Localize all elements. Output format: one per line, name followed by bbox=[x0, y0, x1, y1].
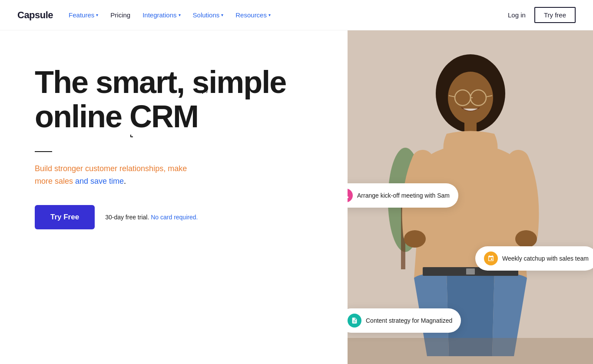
chevron-down-icon: ▾ bbox=[96, 13, 98, 17]
logo[interactable]: Capsule bbox=[17, 10, 53, 21]
task-icon-calendar bbox=[484, 251, 498, 265]
divider-line bbox=[35, 151, 52, 152]
nav-left: Capsule Features ▾ Pricing Integrations … bbox=[17, 10, 271, 21]
right-section: Arrange kick-off meeting with Sam Weekly… bbox=[348, 30, 593, 364]
try-free-nav-button[interactable]: Try free bbox=[534, 7, 576, 23]
subtitle-highlight-blue: and save time bbox=[75, 177, 124, 185]
navbar: Capsule Features ▾ Pricing Integrations … bbox=[0, 0, 593, 30]
subtitle-end: . bbox=[124, 177, 126, 185]
left-content: The smart, simple online CRM ʻ ˊ Build s… bbox=[0, 30, 348, 364]
main-container: The smart, simple online CRM ʻ ˊ Build s… bbox=[0, 30, 593, 364]
chevron-down-icon: ▾ bbox=[179, 13, 181, 17]
nav-item-integrations[interactable]: Integrations ▾ bbox=[142, 11, 180, 19]
trial-text-plain: 30-day free trial. bbox=[105, 214, 149, 221]
nav-link-features[interactable]: Features ▾ bbox=[69, 11, 98, 19]
hero-subtitle: Build stronger customer relationships, m… bbox=[35, 162, 200, 188]
desk-element bbox=[348, 338, 593, 364]
svg-rect-14 bbox=[466, 268, 475, 275]
decoration-marks: ʻ ˊ bbox=[202, 91, 208, 100]
trial-text: 30-day free trial. No card required. bbox=[105, 214, 198, 221]
nav-link-integrations[interactable]: Integrations ▾ bbox=[142, 11, 180, 19]
nav-link-resources[interactable]: Resources ▾ bbox=[235, 11, 271, 19]
nav-link-pricing[interactable]: Pricing bbox=[110, 11, 130, 19]
cta-row: Try Free 30-day free trial. No card requ… bbox=[35, 205, 321, 229]
svg-point-12 bbox=[515, 230, 537, 248]
nav-item-solutions[interactable]: Solutions ▾ bbox=[193, 11, 224, 19]
task-icon-phone bbox=[348, 189, 353, 202]
try-free-main-button[interactable]: Try Free bbox=[35, 205, 95, 229]
decoration-bracket-bl bbox=[130, 135, 133, 137]
nav-links: Features ▾ Pricing Integrations ▾ Soluti… bbox=[69, 11, 271, 19]
headline-crm: CRM ʻ ˊ bbox=[129, 99, 198, 134]
task-card-3: Content strategy for Magnatized bbox=[348, 308, 461, 333]
chevron-down-icon: ▾ bbox=[221, 13, 223, 17]
login-link[interactable]: Log in bbox=[508, 11, 526, 19]
headline-line1: The smart, simple bbox=[35, 65, 286, 99]
nav-item-pricing[interactable]: Pricing bbox=[110, 11, 130, 19]
nav-link-solutions[interactable]: Solutions ▾ bbox=[193, 11, 224, 19]
task-card-1: Arrange kick-off meeting with Sam bbox=[348, 183, 458, 208]
svg-point-11 bbox=[404, 230, 426, 248]
task-icon-document bbox=[348, 314, 361, 328]
chevron-down-icon: ▾ bbox=[268, 13, 271, 17]
nav-right: Log in Try free bbox=[508, 7, 576, 23]
task-2-label: Weekly catchup with sales team bbox=[502, 255, 589, 262]
task-card-2: Weekly catchup with sales team bbox=[475, 246, 593, 271]
nav-item-features[interactable]: Features ▾ bbox=[69, 11, 98, 19]
headline-line2: online CRM ʻ ˊ bbox=[35, 99, 198, 134]
nav-item-resources[interactable]: Resources ▾ bbox=[235, 11, 271, 19]
trial-text-colored: No card required. bbox=[151, 214, 198, 221]
task-3-label: Content strategy for Magnatized bbox=[366, 317, 452, 324]
task-1-label: Arrange kick-off meeting with Sam bbox=[357, 192, 450, 199]
hero-headline: The smart, simple online CRM ʻ ˊ bbox=[35, 65, 321, 134]
